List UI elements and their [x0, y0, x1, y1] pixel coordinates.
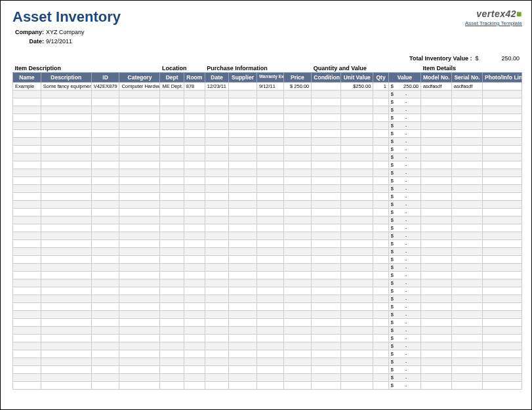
cell-category[interactable]: [119, 106, 160, 113]
cell-dept[interactable]: [160, 279, 184, 287]
cell-dept[interactable]: [160, 106, 184, 113]
cell-qty[interactable]: [373, 373, 389, 381]
cell-serial[interactable]: [452, 232, 483, 239]
cell-serial[interactable]: [452, 161, 483, 169]
table-row[interactable]: $-: [13, 106, 522, 113]
cell-description[interactable]: [41, 247, 91, 255]
cell-model[interactable]: [421, 295, 452, 302]
cell-dept[interactable]: [160, 200, 184, 208]
cell-description[interactable]: [41, 232, 91, 239]
table-row[interactable]: $-: [13, 263, 522, 271]
cell-serial[interactable]: [452, 200, 483, 208]
cell-category[interactable]: [119, 287, 160, 295]
cell-category[interactable]: [119, 90, 160, 98]
cell-date[interactable]: [205, 302, 228, 310]
cell-qty[interactable]: [373, 208, 389, 216]
cell-warranty[interactable]: [256, 121, 283, 129]
cell-category[interactable]: [119, 232, 160, 239]
cell-model[interactable]: [421, 145, 452, 153]
cell-value[interactable]: $-: [388, 98, 420, 106]
cell-id[interactable]: [91, 334, 119, 342]
cell-model[interactable]: [421, 318, 452, 326]
cell-date[interactable]: [205, 98, 228, 106]
cell-model[interactable]: [421, 310, 452, 318]
table-row[interactable]: $-: [13, 145, 522, 153]
cell-serial[interactable]: [452, 224, 483, 232]
cell-date[interactable]: [205, 106, 228, 113]
cell-supplier[interactable]: [229, 342, 257, 350]
cell-supplier[interactable]: [229, 169, 257, 176]
cell-dept[interactable]: [160, 247, 184, 255]
cell-qty[interactable]: [373, 295, 389, 302]
cell-condition[interactable]: [312, 350, 341, 358]
cell-unit_value[interactable]: [341, 145, 373, 153]
cell-supplier[interactable]: [229, 137, 257, 145]
cell-serial[interactable]: [452, 216, 483, 224]
cell-description[interactable]: [41, 113, 91, 121]
cell-condition[interactable]: [312, 271, 341, 279]
cell-serial[interactable]: [452, 326, 483, 334]
cell-condition[interactable]: [312, 255, 341, 263]
cell-qty[interactable]: [373, 302, 389, 310]
cell-serial[interactable]: [452, 90, 483, 98]
cell-qty[interactable]: [373, 287, 389, 295]
cell-value[interactable]: $-: [388, 137, 420, 145]
cell-date[interactable]: [205, 365, 228, 373]
cell-date[interactable]: [205, 137, 228, 145]
cell-value[interactable]: $-: [388, 326, 420, 334]
cell-category[interactable]: [119, 373, 160, 381]
cell-name[interactable]: [13, 334, 41, 342]
cell-date[interactable]: [205, 295, 228, 302]
cell-description[interactable]: [41, 208, 91, 216]
cell-warranty[interactable]: [256, 200, 283, 208]
cell-unit_value[interactable]: [341, 216, 373, 224]
cell-name[interactable]: [13, 302, 41, 310]
cell-warranty[interactable]: [256, 350, 283, 358]
cell-room[interactable]: [184, 326, 205, 334]
cell-price[interactable]: [283, 98, 312, 106]
cell-link[interactable]: [483, 106, 522, 113]
cell-model[interactable]: [421, 381, 452, 389]
cell-link[interactable]: [483, 145, 522, 153]
cell-warranty[interactable]: [256, 310, 283, 318]
cell-condition[interactable]: [312, 184, 341, 192]
table-row[interactable]: $-: [13, 200, 522, 208]
cell-description[interactable]: [41, 161, 91, 169]
cell-category[interactable]: [119, 153, 160, 161]
cell-name[interactable]: [13, 216, 41, 224]
cell-category[interactable]: [119, 263, 160, 271]
cell-unit_value[interactable]: [341, 129, 373, 137]
cell-category[interactable]: [119, 381, 160, 389]
cell-unit_value[interactable]: [341, 342, 373, 350]
cell-unit_value[interactable]: [341, 302, 373, 310]
cell-supplier[interactable]: [229, 90, 257, 98]
cell-model[interactable]: [421, 232, 452, 239]
cell-dept[interactable]: [160, 161, 184, 169]
cell-dept[interactable]: [160, 310, 184, 318]
cell-dept[interactable]: [160, 145, 184, 153]
cell-link[interactable]: [483, 137, 522, 145]
table-row[interactable]: $-: [13, 129, 522, 137]
cell-price[interactable]: [283, 342, 312, 350]
cell-price[interactable]: [283, 200, 312, 208]
cell-warranty[interactable]: [256, 318, 283, 326]
cell-dept[interactable]: [160, 239, 184, 247]
cell-id[interactable]: [91, 121, 119, 129]
table-row[interactable]: $-: [13, 271, 522, 279]
cell-id[interactable]: [91, 271, 119, 279]
cell-link[interactable]: [483, 342, 522, 350]
cell-model[interactable]: [421, 350, 452, 358]
cell-unit_value[interactable]: [341, 255, 373, 263]
cell-dept[interactable]: [160, 373, 184, 381]
cell-category[interactable]: [119, 350, 160, 358]
cell-name[interactable]: [13, 326, 41, 334]
cell-price[interactable]: [283, 334, 312, 342]
cell-unit_value[interactable]: [341, 310, 373, 318]
cell-warranty[interactable]: [256, 263, 283, 271]
cell-room[interactable]: [184, 192, 205, 200]
cell-id[interactable]: [91, 98, 119, 106]
cell-link[interactable]: [483, 326, 522, 334]
cell-qty[interactable]: [373, 169, 389, 176]
cell-supplier[interactable]: [229, 232, 257, 239]
cell-name[interactable]: [13, 358, 41, 365]
